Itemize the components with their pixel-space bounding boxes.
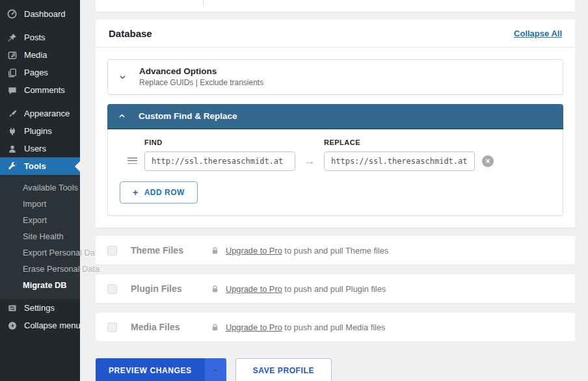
- sidebar-item-posts[interactable]: Posts: [0, 29, 80, 46]
- submenu-item-export[interactable]: Export: [0, 212, 80, 228]
- sidebar-item-label: Pages: [24, 68, 48, 77]
- lock-icon: [210, 284, 220, 294]
- sidebar-item-label: Settings: [24, 303, 55, 313]
- upgrade-description-text: to push and pull Plugin files: [282, 284, 386, 294]
- upgrade-to-pro-link[interactable]: Upgrade to Pro: [226, 284, 282, 294]
- tools-submenu: Available Tools Import Export Site Healt…: [0, 175, 80, 299]
- tools-icon: [6, 161, 18, 172]
- theme-files-section: Theme Files Upgrade to Pro to push and p…: [96, 236, 575, 265]
- sidebar-item-appearance[interactable]: Appearance: [0, 105, 80, 122]
- drag-handle-icon[interactable]: [127, 157, 137, 166]
- custom-find-replace-toggle[interactable]: Custom Find & Replace: [107, 104, 563, 129]
- advanced-options-toggle[interactable]: Advanced Options Replace GUIDs | Exclude…: [107, 59, 563, 95]
- submenu-item-export-personal-data[interactable]: Export Personal Data: [0, 244, 80, 261]
- media-files-checkbox[interactable]: [107, 322, 117, 332]
- panel-title: Database: [109, 28, 152, 39]
- sidebar-item-media[interactable]: Media: [0, 46, 80, 64]
- replace-input[interactable]: [324, 151, 475, 171]
- plugin-files-checkbox[interactable]: [107, 284, 117, 294]
- submenu-item-site-health[interactable]: Site Health: [0, 228, 80, 244]
- sidebar-item-label: Posts: [24, 33, 46, 42]
- appearance-icon: [6, 109, 18, 119]
- lock-icon: [210, 322, 220, 332]
- plugin-files-title: Plugin Files: [131, 283, 210, 294]
- plugin-files-description: Upgrade to Pro to push and pull Plugin f…: [226, 284, 386, 294]
- sidebar-item-label: Tools: [24, 161, 46, 171]
- comments-icon: [6, 85, 18, 96]
- custom-find-replace-body: FIND REPLACE → ×: [107, 129, 563, 216]
- sidebar-item-settings[interactable]: Settings: [0, 299, 80, 317]
- collapse-all-link[interactable]: Collapse All: [514, 29, 562, 38]
- sidebar-item-label: Comments: [24, 85, 65, 95]
- submenu-item-import[interactable]: Import: [0, 196, 80, 212]
- chevron-up-icon: [211, 367, 219, 374]
- media-icon: [6, 50, 18, 60]
- preview-changes-split-button: PREVIEW CHANGES: [96, 358, 226, 381]
- media-files-description: Upgrade to Pro to push and pull Media fi…: [226, 322, 385, 332]
- advanced-options-title: Advanced Options: [139, 66, 263, 76]
- plugin-files-section: Plugin Files Upgrade to Pro to push and …: [96, 274, 575, 303]
- sidebar-item-label: Dashboard: [24, 9, 66, 19]
- find-replace-labels-row: FIND REPLACE: [120, 138, 551, 151]
- sidebar-item-label: Media: [24, 50, 47, 60]
- replace-label: REPLACE: [324, 138, 475, 146]
- upgrade-to-pro-link[interactable]: Upgrade to Pro: [226, 246, 282, 256]
- panel-divider: [203, 0, 204, 7]
- sidebar-item-users[interactable]: Users: [0, 140, 80, 157]
- plugins-icon: [6, 126, 18, 137]
- arrow-right-icon: →: [295, 155, 324, 168]
- preview-changes-button[interactable]: PREVIEW CHANGES: [96, 358, 205, 381]
- action-buttons-row: PREVIEW CHANGES SAVE PROFILE: [96, 358, 575, 381]
- database-panel-header: Database Collapse All: [96, 20, 575, 47]
- settings-icon: [6, 303, 18, 313]
- submenu-item-migrate-db[interactable]: Migrate DB: [0, 277, 80, 293]
- pin-icon: [6, 33, 18, 43]
- chevron-down-icon: [118, 73, 127, 81]
- custom-find-replace-title: Custom Find & Replace: [139, 111, 237, 121]
- media-files-title: Media Files: [131, 322, 210, 332]
- media-files-section: Media Files Upgrade to Pro to push and p…: [96, 313, 575, 341]
- sidebar-item-plugins[interactable]: Plugins: [0, 122, 80, 140]
- wp-admin-screen: Dashboard Posts Media Pages Comments App…: [0, 0, 588, 381]
- users-icon: [6, 144, 18, 154]
- sidebar-item-collapse-menu[interactable]: Collapse menu: [0, 317, 80, 334]
- sidebar-item-tools[interactable]: Tools: [0, 157, 80, 175]
- preview-changes-dropdown-toggle[interactable]: [205, 358, 226, 381]
- pages-icon: [6, 68, 18, 78]
- submenu-item-erase-personal-data[interactable]: Erase Personal Data: [0, 261, 80, 277]
- upgrade-description-text: to push and pull Media files: [282, 322, 386, 332]
- main-content: Database Collapse All Advanced Options R…: [80, 0, 588, 381]
- admin-sidebar: Dashboard Posts Media Pages Comments App…: [0, 0, 80, 381]
- menu-separator: [0, 23, 80, 29]
- dashboard-icon: [6, 8, 18, 20]
- advanced-options-subtitle: Replace GUIDs | Exclude transients: [139, 78, 263, 87]
- submenu-item-available-tools[interactable]: Available Tools: [0, 179, 80, 196]
- add-row-label: ADD ROW: [144, 188, 185, 197]
- sidebar-item-label: Appearance: [24, 109, 70, 118]
- find-replace-row: → ×: [120, 151, 551, 171]
- theme-files-title: Theme Files: [131, 245, 210, 256]
- database-panel: Database Collapse All Advanced Options R…: [96, 20, 575, 228]
- theme-files-checkbox[interactable]: [107, 246, 117, 256]
- sidebar-item-comments[interactable]: Comments: [0, 81, 80, 99]
- advanced-options-text: Advanced Options Replace GUIDs | Exclude…: [139, 66, 263, 87]
- sidebar-item-dashboard[interactable]: Dashboard: [0, 5, 80, 23]
- remove-row-button[interactable]: ×: [482, 155, 494, 167]
- find-label: FIND: [144, 138, 295, 146]
- sidebar-item-label: Users: [24, 144, 46, 153]
- sidebar-item-pages[interactable]: Pages: [0, 64, 80, 81]
- theme-files-description: Upgrade to Pro to push and pull Theme fi…: [226, 246, 388, 256]
- plus-icon: +: [133, 187, 139, 198]
- collapse-icon: [6, 321, 18, 331]
- previous-panel-bottom-edge: [96, 0, 575, 12]
- upgrade-description-text: to push and pull Theme files: [282, 246, 388, 256]
- sidebar-item-label: Collapse menu: [24, 321, 81, 330]
- sidebar-item-label: Plugins: [24, 126, 52, 136]
- add-row-button[interactable]: + ADD ROW: [120, 181, 198, 204]
- save-profile-button[interactable]: SAVE PROFILE: [235, 358, 332, 381]
- current-menu-arrow: [75, 161, 80, 172]
- custom-find-replace-section: Custom Find & Replace FIND REPLACE: [107, 104, 563, 216]
- find-input[interactable]: [144, 151, 295, 171]
- lock-icon: [210, 246, 220, 256]
- upgrade-to-pro-link[interactable]: Upgrade to Pro: [226, 322, 282, 332]
